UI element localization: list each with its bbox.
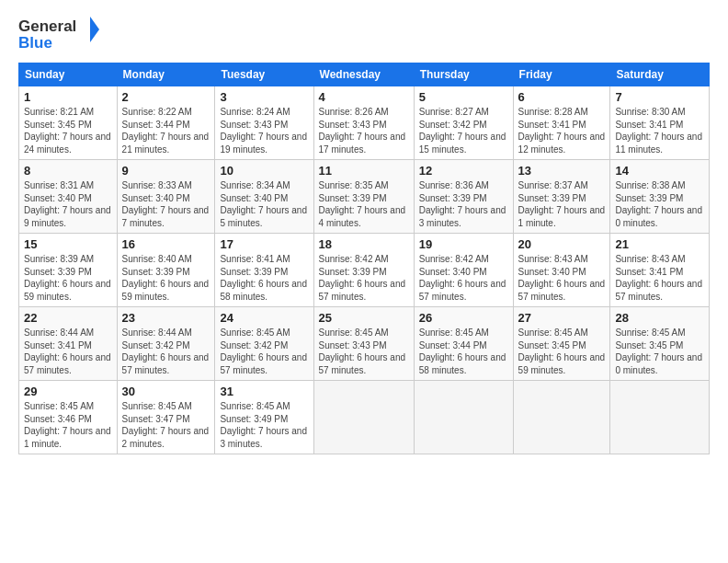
day-info: Sunrise: 8:28 AM Sunset: 3:41 PM Dayligh…	[518, 106, 606, 155]
calendar-table: SundayMondayTuesdayWednesdayThursdayFrid…	[18, 63, 710, 454]
day-info: Sunrise: 8:43 AM Sunset: 3:41 PM Dayligh…	[615, 253, 704, 303]
sunrise-label: Sunrise: 8:45 AM	[220, 327, 290, 338]
daylight-label: Daylight: 6 hours and 59 minutes.	[24, 279, 111, 302]
daylight-label: Daylight: 6 hours and 59 minutes.	[518, 352, 606, 375]
daylight-label: Daylight: 7 hours and 1 minute.	[24, 426, 111, 449]
day-info: Sunrise: 8:44 AM Sunset: 3:41 PM Dayligh…	[24, 327, 112, 376]
day-number: 8	[24, 164, 112, 178]
day-info: Sunrise: 8:45 AM Sunset: 3:49 PM Dayligh…	[220, 400, 308, 450]
day-info: Sunrise: 8:37 AM Sunset: 3:39 PM Dayligh…	[518, 179, 606, 229]
day-number: 17	[220, 237, 308, 251]
day-info: Sunrise: 8:45 AM Sunset: 3:45 PM Dayligh…	[615, 327, 704, 376]
daylight-label: Daylight: 7 hours and 3 minutes.	[419, 205, 506, 228]
sunrise-label: Sunrise: 8:30 AM	[615, 107, 685, 117]
daylight-label: Daylight: 7 hours and 15 minutes.	[419, 132, 506, 155]
day-info: Sunrise: 8:33 AM Sunset: 3:40 PM Dayligh…	[122, 179, 210, 229]
svg-marker-2	[90, 17, 99, 42]
sunset-label: Sunset: 3:43 PM	[220, 120, 288, 130]
calendar-cell: 9 Sunrise: 8:33 AM Sunset: 3:40 PM Dayli…	[117, 160, 215, 234]
sunrise-label: Sunrise: 8:39 AM	[24, 254, 94, 264]
daylight-label: Daylight: 7 hours and 2 minutes.	[122, 426, 210, 449]
day-info: Sunrise: 8:41 AM Sunset: 3:39 PM Dayligh…	[220, 253, 308, 303]
calendar-cell: 7 Sunrise: 8:30 AM Sunset: 3:41 PM Dayli…	[610, 86, 710, 160]
day-info: Sunrise: 8:45 AM Sunset: 3:44 PM Dayligh…	[419, 327, 508, 376]
sunrise-label: Sunrise: 8:42 AM	[419, 254, 489, 264]
day-info: Sunrise: 8:34 AM Sunset: 3:40 PM Dayligh…	[220, 179, 308, 229]
daylight-label: Daylight: 6 hours and 57 minutes.	[24, 352, 111, 375]
sunset-label: Sunset: 3:45 PM	[615, 340, 683, 350]
day-info: Sunrise: 8:45 AM Sunset: 3:47 PM Dayligh…	[122, 400, 210, 450]
header: General Blue	[18, 15, 710, 53]
sunrise-label: Sunrise: 8:43 AM	[518, 254, 588, 264]
svg-text:Blue: Blue	[18, 34, 52, 52]
sunrise-label: Sunrise: 8:24 AM	[220, 107, 290, 117]
daylight-label: Daylight: 7 hours and 9 minutes.	[24, 205, 111, 228]
sunset-label: Sunset: 3:40 PM	[24, 193, 92, 203]
weekday-header-friday: Friday	[513, 63, 610, 86]
daylight-label: Daylight: 7 hours and 12 minutes.	[518, 132, 606, 155]
day-number: 30	[122, 385, 210, 398]
day-number: 26	[419, 311, 508, 325]
sunrise-label: Sunrise: 8:45 AM	[419, 327, 489, 338]
calendar-cell: 4 Sunrise: 8:26 AM Sunset: 3:43 PM Dayli…	[313, 86, 414, 160]
calendar-cell: 8 Sunrise: 8:31 AM Sunset: 3:40 PM Dayli…	[19, 160, 118, 234]
sunset-label: Sunset: 3:47 PM	[122, 414, 190, 424]
calendar-cell: 14 Sunrise: 8:38 AM Sunset: 3:39 PM Dayl…	[610, 160, 710, 234]
calendar-cell: 16 Sunrise: 8:40 AM Sunset: 3:39 PM Dayl…	[117, 234, 215, 307]
day-info: Sunrise: 8:36 AM Sunset: 3:39 PM Dayligh…	[419, 179, 508, 229]
day-number: 14	[615, 164, 704, 178]
day-info: Sunrise: 8:42 AM Sunset: 3:40 PM Dayligh…	[419, 253, 508, 303]
sunrise-label: Sunrise: 8:45 AM	[518, 327, 588, 338]
sunrise-label: Sunrise: 8:34 AM	[220, 180, 290, 190]
day-info: Sunrise: 8:30 AM Sunset: 3:41 PM Dayligh…	[615, 106, 704, 155]
day-number: 18	[319, 237, 409, 251]
daylight-label: Daylight: 7 hours and 4 minutes.	[319, 205, 406, 228]
weekday-header-monday: Monday	[117, 63, 215, 86]
day-number: 1	[24, 90, 112, 104]
calendar-cell: 17 Sunrise: 8:41 AM Sunset: 3:39 PM Dayl…	[215, 234, 313, 307]
day-number: 7	[615, 90, 704, 104]
sunrise-label: Sunrise: 8:44 AM	[24, 327, 94, 338]
day-info: Sunrise: 8:27 AM Sunset: 3:42 PM Dayligh…	[419, 106, 508, 155]
day-number: 9	[122, 164, 210, 178]
sunrise-label: Sunrise: 8:41 AM	[220, 254, 290, 264]
day-info: Sunrise: 8:35 AM Sunset: 3:39 PM Dayligh…	[319, 179, 409, 229]
daylight-label: Daylight: 7 hours and 5 minutes.	[220, 205, 307, 228]
daylight-label: Daylight: 7 hours and 1 minute.	[518, 205, 606, 228]
day-number: 20	[518, 237, 606, 251]
sunrise-label: Sunrise: 8:43 AM	[615, 254, 685, 264]
sunset-label: Sunset: 3:44 PM	[419, 340, 487, 350]
sunset-label: Sunset: 3:44 PM	[122, 120, 190, 130]
calendar-cell: 30 Sunrise: 8:45 AM Sunset: 3:47 PM Dayl…	[117, 381, 215, 454]
day-number: 12	[419, 164, 508, 178]
day-info: Sunrise: 8:38 AM Sunset: 3:39 PM Dayligh…	[615, 179, 704, 229]
daylight-label: Daylight: 6 hours and 57 minutes.	[122, 352, 210, 375]
sunrise-label: Sunrise: 8:27 AM	[419, 107, 489, 117]
day-info: Sunrise: 8:43 AM Sunset: 3:40 PM Dayligh…	[518, 253, 606, 303]
sunrise-label: Sunrise: 8:21 AM	[24, 107, 94, 117]
calendar-cell: 31 Sunrise: 8:45 AM Sunset: 3:49 PM Dayl…	[215, 381, 313, 454]
calendar-cell: 12 Sunrise: 8:36 AM Sunset: 3:39 PM Dayl…	[414, 160, 513, 234]
logo-svg: General Blue	[18, 15, 101, 53]
sunset-label: Sunset: 3:40 PM	[419, 267, 487, 277]
sunset-label: Sunset: 3:42 PM	[220, 340, 288, 350]
day-info: Sunrise: 8:26 AM Sunset: 3:43 PM Dayligh…	[319, 106, 409, 155]
sunrise-label: Sunrise: 8:45 AM	[122, 401, 192, 411]
sunrise-label: Sunrise: 8:38 AM	[615, 180, 685, 190]
calendar-cell: 22 Sunrise: 8:44 AM Sunset: 3:41 PM Dayl…	[19, 307, 118, 381]
calendar-cell: 24 Sunrise: 8:45 AM Sunset: 3:42 PM Dayl…	[215, 307, 313, 381]
sunrise-label: Sunrise: 8:45 AM	[615, 327, 685, 338]
day-number: 11	[319, 164, 409, 178]
sunrise-label: Sunrise: 8:45 AM	[24, 401, 94, 411]
daylight-label: Daylight: 6 hours and 58 minutes.	[220, 279, 307, 302]
daylight-label: Daylight: 7 hours and 3 minutes.	[220, 426, 307, 449]
sunset-label: Sunset: 3:46 PM	[24, 414, 92, 424]
sunrise-label: Sunrise: 8:37 AM	[518, 180, 588, 190]
day-number: 13	[518, 164, 606, 178]
day-info: Sunrise: 8:44 AM Sunset: 3:42 PM Dayligh…	[122, 327, 210, 376]
daylight-label: Daylight: 7 hours and 24 minutes.	[24, 132, 111, 155]
daylight-label: Daylight: 6 hours and 59 minutes.	[122, 279, 210, 302]
daylight-label: Daylight: 6 hours and 58 minutes.	[419, 352, 506, 375]
day-info: Sunrise: 8:45 AM Sunset: 3:43 PM Dayligh…	[319, 327, 409, 376]
day-info: Sunrise: 8:31 AM Sunset: 3:40 PM Dayligh…	[24, 179, 112, 229]
